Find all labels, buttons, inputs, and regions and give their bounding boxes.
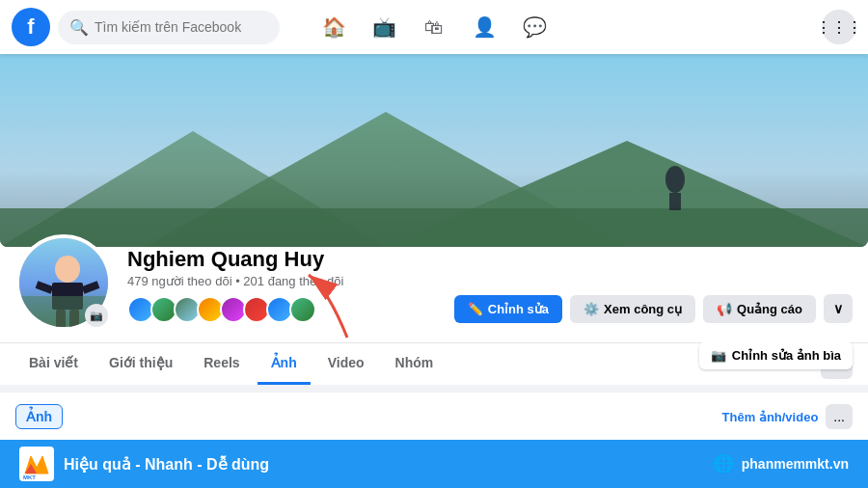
tab-photos[interactable]: Ảnh xyxy=(258,343,311,385)
ads-icon: 📢 xyxy=(717,302,732,316)
banner-website: phanmemmkt.vn xyxy=(742,456,849,472)
section-more-btn[interactable]: ... xyxy=(826,404,853,429)
friend-avatars xyxy=(127,296,439,323)
profile-actions: ✏️ Chỉnh sửa ⚙️ Xem công cụ 📢 Quảng cáo … xyxy=(454,294,853,331)
view-tools-btn[interactable]: ⚙️ Xem công cụ xyxy=(570,295,695,323)
profile-nav-btn[interactable]: 👤 xyxy=(461,8,507,46)
navbar-left: f 🔍 xyxy=(12,8,280,46)
profile-section: 📷 Nghiem Quang Huy 479 người theo dõi • … xyxy=(0,247,868,342)
profile-name: Nghiem Quang Huy xyxy=(127,247,439,272)
profile-info: Nghiem Quang Huy 479 người theo dõi • 20… xyxy=(127,247,439,331)
messenger-nav-btn[interactable]: 💬 xyxy=(511,8,557,46)
tab-reels[interactable]: Reels xyxy=(190,343,253,385)
facebook-logo[interactable]: f xyxy=(12,8,50,46)
svg-point-5 xyxy=(665,166,685,193)
apps-btn[interactable]: ⋮⋮⋮ xyxy=(822,10,856,44)
globe-icon: 🌐 xyxy=(713,453,734,474)
watch-nav-btn[interactable]: 📺 xyxy=(361,8,407,46)
banner-tagline: Hiệu quả - Nhanh - Dễ dùng xyxy=(64,455,269,474)
home-nav-btn[interactable]: 🏠 xyxy=(311,8,357,46)
svg-point-8 xyxy=(55,256,80,283)
pencil-icon: ✏️ xyxy=(468,302,483,316)
svg-line-11 xyxy=(83,285,98,290)
svg-line-10 xyxy=(37,285,52,290)
bottom-banner: MKT Hiệu quả - Nhanh - Dễ dùng 🌐 phanmem… xyxy=(0,440,868,488)
mkt-logo: MKT xyxy=(19,447,54,481)
photo-section-header: Ảnh Thêm ảnh/video ... xyxy=(15,404,853,429)
more-actions-btn[interactable]: ∨ xyxy=(824,294,853,323)
profile-stats: 479 người theo dõi • 201 đang theo dõi xyxy=(127,274,439,288)
friend-avatar xyxy=(289,296,316,323)
ads-btn[interactable]: 📢 Quảng cáo xyxy=(703,295,816,323)
search-box[interactable]: 🔍 xyxy=(58,11,280,44)
navbar-center: 🏠 📺 🛍 👤 💬 xyxy=(311,8,557,46)
edit-profile-btn[interactable]: ✏️ Chỉnh sửa xyxy=(454,295,562,323)
svg-rect-4 xyxy=(0,208,868,247)
tab-posts[interactable]: Bài viết xyxy=(15,343,92,385)
tab-groups[interactable]: Nhóm xyxy=(382,343,448,385)
svg-text:MKT: MKT xyxy=(23,474,36,480)
banner-right: 🌐 phanmemmkt.vn xyxy=(713,453,849,474)
search-input[interactable] xyxy=(95,19,268,35)
cover-area: 📷 Chỉnh sửa ảnh bìa xyxy=(0,54,868,385)
navbar: f 🔍 🏠 📺 🛍 👤 💬 ⋮⋮⋮ xyxy=(0,0,868,54)
tools-icon: ⚙️ xyxy=(583,302,599,316)
cover-photo-inner xyxy=(0,54,868,247)
tab-videos[interactable]: Video xyxy=(314,343,378,385)
banner-left: MKT Hiệu quả - Nhanh - Dễ dùng xyxy=(19,447,269,481)
search-icon: 🔍 xyxy=(69,18,89,37)
avatar-container: 📷 xyxy=(15,234,112,331)
cover-photo: 📷 Chỉnh sửa ảnh bìa xyxy=(0,54,868,247)
section-title: Ảnh xyxy=(15,404,63,429)
tab-about[interactable]: Giới thiệu xyxy=(95,343,186,385)
navbar-right: ⋮⋮⋮ xyxy=(822,10,856,44)
svg-rect-6 xyxy=(669,193,681,210)
avatar-camera-icon[interactable]: 📷 xyxy=(85,304,108,327)
marketplace-nav-btn[interactable]: 🛍 xyxy=(411,8,457,46)
photo-section-actions: Thêm ảnh/video ... xyxy=(722,404,853,429)
add-photo-btn[interactable]: Thêm ảnh/video xyxy=(722,410,819,424)
